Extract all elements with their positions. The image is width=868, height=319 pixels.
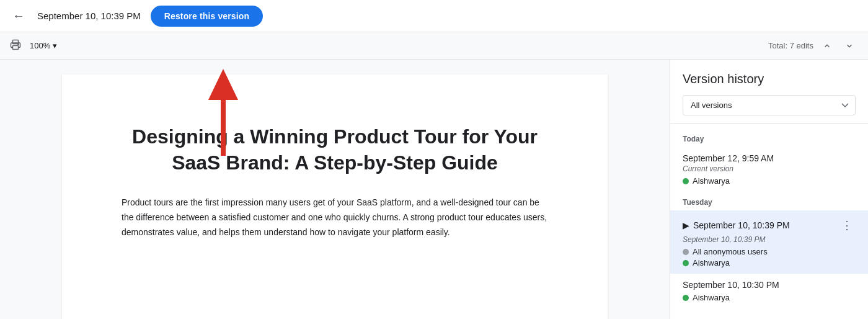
editor-name-sep12: Aishwarya <box>693 176 730 186</box>
current-version-label: Current version <box>683 164 856 173</box>
zoom-dropdown-icon: ▾ <box>53 41 57 50</box>
version-date-sep10-1039: ▶ September 10, 10:39 PM <box>683 220 790 230</box>
editor-dot-green <box>683 178 689 184</box>
version-history-sidebar: Version history All versions Named versi… <box>670 60 868 319</box>
print-button[interactable] <box>10 39 21 53</box>
version-item-sep12[interactable]: September 12, 9:59 AM Current version Ai… <box>670 147 868 192</box>
edit-count-area: Total: 7 edits <box>768 37 858 55</box>
version-more-button-1039[interactable]: ⋮ <box>838 217 856 234</box>
back-button[interactable]: ← <box>10 6 27 25</box>
version-editors-1039: All anonymous users Aishwarya <box>683 247 856 267</box>
restore-version-button[interactable]: Restore this version <box>151 6 263 27</box>
document-page: Designing a Winning Product Tour for You… <box>62 74 608 319</box>
version-item-header-1039: ▶ September 10, 10:39 PM ⋮ <box>683 217 856 234</box>
editor-aishwarya-1039: Aishwarya <box>683 258 856 267</box>
editor-dot-green-1039 <box>683 260 689 266</box>
version-arrow-right: ▶ <box>683 220 689 230</box>
version-item-header: September 12, 9:59 AM <box>683 153 856 163</box>
top-toolbar: ← September 10, 10:39 PM Restore this ve… <box>0 0 868 32</box>
editor-dot-green-1030 <box>683 295 689 301</box>
back-icon: ← <box>12 9 25 23</box>
version-item-header-1030: September 10, 10:30 PM <box>683 280 856 290</box>
svg-rect-1 <box>13 45 19 49</box>
version-date-text: September 10, 10:39 PM <box>693 220 790 230</box>
zoom-control[interactable]: 100% ▾ <box>26 38 61 53</box>
edit-count-label: Total: 7 edits <box>768 41 813 50</box>
version-editors-1030: Aishwarya <box>683 293 856 302</box>
document-area: Designing a Winning Product Tour for You… <box>0 60 670 319</box>
main-area: Designing a Winning Product Tour for You… <box>0 60 868 319</box>
svg-point-2 <box>18 43 19 45</box>
version-item-sep10-1030[interactable]: September 10, 10:30 PM Aishwarya <box>670 274 868 308</box>
editor-name-aishwarya-1030: Aishwarya <box>693 293 730 302</box>
version-date-sep10-1030: September 10, 10:30 PM <box>683 280 779 290</box>
editor-name-anonymous: All anonymous users <box>693 247 768 256</box>
sidebar-title: Version history <box>683 72 856 86</box>
group-label-tuesday: Tuesday <box>670 192 868 210</box>
version-editors-sep12: Aishwarya <box>683 176 856 186</box>
document-title: Designing a Winning Product Tour for You… <box>122 124 548 176</box>
secondary-toolbar: 100% ▾ Total: 7 edits <box>0 32 868 60</box>
version-filter-select[interactable]: All versions Named versions <box>683 95 856 115</box>
sidebar-content: Today September 12, 9:59 AM Current vers… <box>670 124 868 319</box>
version-date-sep12: September 12, 9:59 AM <box>683 153 774 163</box>
editor-aishwarya-sep12: Aishwarya <box>683 176 856 186</box>
editor-name-aishwarya-1039: Aishwarya <box>693 258 730 267</box>
version-item-sep10-1039[interactable]: ▶ September 10, 10:39 PM ⋮ September 10,… <box>670 210 868 274</box>
document-body: Product tours are the first impression m… <box>122 195 548 240</box>
editor-aishwarya-1030: Aishwarya <box>683 293 856 302</box>
version-subtitle-1039: September 10, 10:39 PM <box>683 235 856 244</box>
sidebar-header: Version history All versions Named versi… <box>670 60 868 124</box>
group-label-today: Today <box>670 128 868 147</box>
nav-up-button[interactable] <box>818 37 836 55</box>
version-date-label: September 10, 10:39 PM <box>37 11 141 21</box>
nav-down-button[interactable] <box>841 37 858 55</box>
editor-anonymous: All anonymous users <box>683 247 856 256</box>
print-icon <box>10 39 21 53</box>
zoom-value: 100% <box>30 41 50 50</box>
editor-dot-gray <box>683 249 689 255</box>
